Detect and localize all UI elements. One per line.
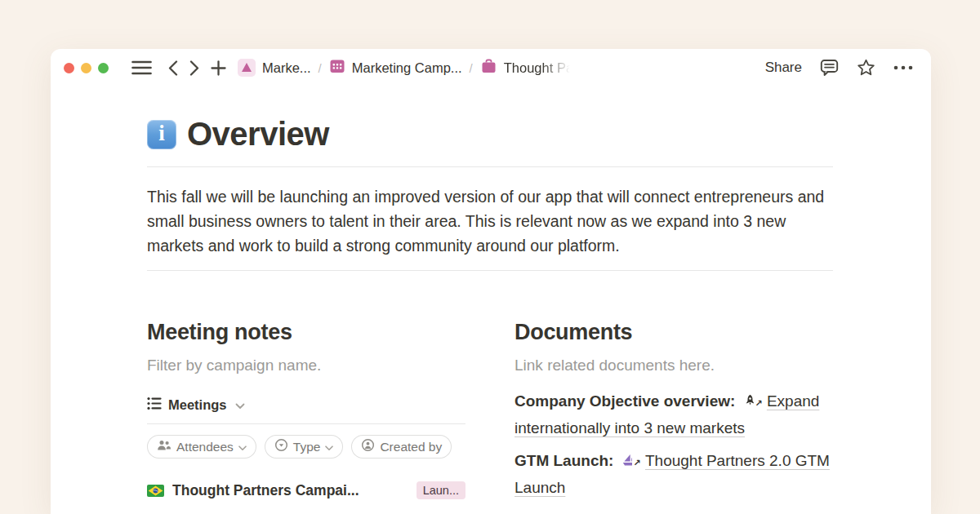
filter-chip-attendees[interactable]: Attendees [147, 435, 256, 459]
people-icon [157, 439, 172, 455]
toolbar-actions: Share [765, 59, 913, 77]
chevron-down-icon [325, 440, 333, 454]
calendar-icon [329, 58, 345, 78]
toolbar: Marke... / Marketing Camp... / Thought P… [51, 49, 931, 86]
list-item: Company Objective overview: ↗ Expand int… [514, 388, 833, 441]
link-arrow-icon: ↗ [754, 399, 762, 408]
doc-label: GTM Launch: [514, 452, 613, 469]
black-flag-icon: ↗ [702, 509, 719, 514]
breadcrumb-item-marketing-campaigns[interactable]: Marketing Camp... [329, 58, 462, 78]
filter-chip-created-by[interactable]: Created by [351, 435, 452, 459]
brazil-flag-icon [147, 485, 164, 497]
filter-chip-row: Attendees Type [147, 435, 466, 459]
table-row[interactable]: Thought Partners Campai... Laun... [147, 477, 466, 503]
filter-chip-label: Created by [380, 440, 442, 454]
link-arrow-icon: ↗ [632, 459, 640, 467]
two-column-layout: Meeting notes Filter by campaign name. M… [147, 320, 833, 514]
list-view-icon [147, 397, 162, 414]
breadcrumb-separator: / [318, 61, 322, 75]
breadcrumb-separator: / [470, 61, 473, 75]
breadcrumb-item-thought-partners[interactable]: Thought Pa [480, 58, 573, 78]
documents-heading: Documents [514, 320, 833, 345]
list-item: Product feature Launch: ↗ Thought [514, 507, 833, 514]
close-window-button[interactable] [64, 63, 74, 73]
document-links: Company Objective overview: ↗ Expand int… [514, 388, 833, 514]
list-item: GTM Launch: ↗ Thought Partners 2.0 GTM L… [514, 447, 833, 501]
documents-caption: Link related documents here. [514, 357, 833, 374]
documents-column: Documents Link related documents here. C… [514, 320, 833, 514]
divider [147, 270, 833, 271]
divider [147, 423, 466, 424]
share-button[interactable]: Share [765, 60, 802, 76]
breadcrumb-label: Thought Pa [504, 60, 573, 76]
meetings-view-label: Meetings [168, 397, 227, 413]
hamburger-menu-icon[interactable] [131, 60, 152, 75]
rocket-icon: ↗ [743, 390, 760, 405]
page-title: Overview [187, 116, 329, 153]
person-circle-icon [361, 438, 375, 455]
breadcrumb-label: Marketing Camp... [352, 60, 462, 76]
select-circle-icon [274, 438, 288, 455]
meeting-rows: Thought Partners Campai... Laun... Thoug… [147, 477, 466, 514]
more-ellipsis-icon[interactable] [893, 65, 913, 70]
intro-paragraph: This fall we will be launching an improv… [147, 184, 833, 258]
comment-icon[interactable] [820, 59, 839, 77]
filter-chip-type[interactable]: Type [265, 435, 344, 459]
traffic-lights [64, 63, 109, 73]
page-content: i Overview This fall we will be launchin… [147, 86, 833, 514]
star-icon[interactable] [857, 59, 875, 77]
meeting-notes-column: Meeting notes Filter by campaign name. M… [147, 320, 466, 514]
briefcase-icon [480, 58, 497, 78]
meeting-page-link[interactable]: Thought Partners Campai... [172, 482, 408, 499]
chevron-down-icon [235, 398, 245, 413]
filter-chip-label: Type [293, 440, 321, 454]
page-title-row: i Overview [147, 116, 833, 153]
triangle-page-icon [238, 59, 256, 77]
breadcrumb-label: Marke... [262, 60, 311, 76]
breadcrumb: Marke... / Marketing Camp... / Thought P… [238, 58, 765, 78]
breadcrumb-item-marketing-hub[interactable]: Marke... [238, 59, 311, 77]
zoom-window-button[interactable] [98, 63, 109, 73]
back-chevron-icon[interactable] [168, 60, 178, 76]
sailboat-icon: ↗ [621, 450, 639, 465]
meeting-notes-heading: Meeting notes [147, 320, 466, 345]
status-badge: Laun... [416, 481, 466, 499]
forward-chevron-icon[interactable] [189, 60, 199, 76]
notion-window: Marke... / Marketing Camp... / Thought P… [51, 49, 931, 514]
chevron-down-icon [238, 440, 247, 454]
meeting-notes-caption: Filter by campaign name. [147, 357, 466, 374]
minimize-window-button[interactable] [81, 63, 91, 73]
doc-label: Company Objective overview: [514, 392, 735, 410]
plus-icon[interactable] [211, 60, 226, 76]
meetings-view-tab[interactable]: Meetings [147, 397, 466, 414]
filter-chip-label: Attendees [176, 440, 234, 454]
divider [147, 166, 833, 167]
info-emoji-icon: i [147, 120, 176, 149]
